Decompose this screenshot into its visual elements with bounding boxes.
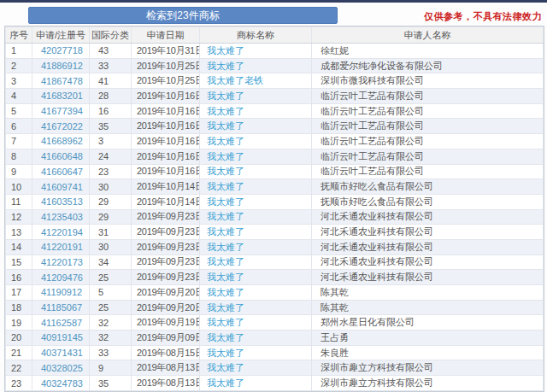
- application-number-link[interactable]: 41209476: [32, 270, 90, 285]
- trademark-name-link-text[interactable]: 我太难了: [207, 242, 244, 252]
- trademark-name-link-text[interactable]: 我太难了: [207, 166, 244, 176]
- application-number-link[interactable]: 41677394: [32, 103, 90, 119]
- trademark-name-link[interactable]: 我太难了: [200, 119, 312, 134]
- application-number-link[interactable]: 41672022: [32, 119, 90, 134]
- application-number-link-text[interactable]: 41677394: [41, 106, 83, 116]
- trademark-name-link[interactable]: 我太难了: [200, 209, 312, 225]
- intl-class: 29: [90, 194, 132, 209]
- application-number-link-text[interactable]: 41660648: [41, 151, 83, 161]
- application-number-link-text[interactable]: 41235403: [41, 212, 83, 222]
- application-number-link-text[interactable]: 41668962: [41, 136, 83, 146]
- row-no: 18: [6, 300, 32, 315]
- trademark-name-link-text[interactable]: 我太难了: [207, 136, 244, 146]
- trademark-name-link-text[interactable]: 我太难了: [207, 317, 244, 327]
- application-number-link-text[interactable]: 41162587: [41, 318, 82, 328]
- application-number-link[interactable]: 41190912: [32, 285, 90, 301]
- application-number-link-text[interactable]: 41886912: [41, 61, 83, 71]
- application-number-link[interactable]: 41886912: [32, 58, 90, 73]
- trademark-name-link[interactable]: 我太难了: [200, 331, 312, 346]
- trademark-name-link[interactable]: 我太难了: [200, 360, 312, 376]
- trademark-name-link[interactable]: 我太难了: [200, 89, 312, 104]
- trademark-name-link[interactable]: 我太难了: [200, 300, 312, 315]
- trademark-name-link-text[interactable]: 我太难了: [207, 302, 244, 313]
- trademark-name-link-text[interactable]: 我太难了: [207, 61, 244, 71]
- trademark-name-link-text[interactable]: 我太难了: [207, 211, 244, 221]
- application-number-link-text[interactable]: 40919145: [41, 332, 83, 342]
- application-number-link[interactable]: 41660647: [32, 164, 90, 179]
- trademark-name-link-text[interactable]: 我太难了: [207, 256, 244, 266]
- trademark-name-link[interactable]: 我太难了: [200, 255, 312, 270]
- trademark-name-link-text[interactable]: 我太难了: [207, 362, 244, 372]
- table-row: 74166896232019年10月16日我太难了临沂云叶工艺品有限公司: [6, 134, 544, 149]
- application-number-link-text[interactable]: 41220194: [41, 227, 83, 237]
- application-number-link-text[interactable]: 40371431: [41, 348, 83, 358]
- trademark-name-link-text[interactable]: 我太难了: [207, 151, 244, 161]
- trademark-name-link-text[interactable]: 我太难了: [207, 287, 244, 297]
- trademark-name-link[interactable]: 我太难了: [200, 103, 312, 119]
- trademark-name-link[interactable]: 我太难了: [200, 194, 312, 209]
- application-number-link[interactable]: 41683201: [32, 89, 90, 104]
- trademark-name-link[interactable]: 我太难了: [200, 239, 312, 255]
- trademark-name-link-text[interactable]: 我太难了: [207, 181, 244, 191]
- application-number-link[interactable]: 41220194: [32, 225, 90, 240]
- trademark-name-link[interactable]: 我太难了: [200, 44, 312, 59]
- application-number-link-text[interactable]: 41190912: [41, 287, 82, 297]
- application-number-link-text[interactable]: 41209476: [41, 272, 83, 283]
- application-number-link[interactable]: 40328025: [32, 360, 90, 376]
- application-number-link[interactable]: 41162587: [32, 315, 90, 331]
- application-number-link-text[interactable]: 41185067: [41, 302, 82, 313]
- application-number-link[interactable]: 41867478: [32, 73, 90, 89]
- trademark-name-link[interactable]: 我太难了: [200, 164, 312, 179]
- trademark-name-link-text[interactable]: 我太难了: [207, 272, 244, 282]
- trademark-name-link-text[interactable]: 我太难了: [207, 91, 244, 101]
- application-number-link-text[interactable]: 42027718: [41, 45, 83, 56]
- result-count-banner[interactable]: 检索到23件商标: [28, 7, 338, 24]
- trademark-name-link-text[interactable]: 我太难了: [207, 332, 244, 342]
- application-number-link-text[interactable]: 41672022: [41, 121, 83, 132]
- application-number-link-text[interactable]: 41220173: [41, 257, 83, 267]
- trademark-name-link[interactable]: 我太难了: [200, 270, 312, 285]
- table-row: 1241235403292019年09月23日我太难了河北禾通农业科技有限公司: [6, 209, 544, 225]
- application-number-link-text[interactable]: 40324783: [41, 378, 83, 389]
- trademark-name-link-text[interactable]: 我太难了老铁: [207, 75, 263, 85]
- trademark-name-link[interactable]: 我太难了: [200, 285, 312, 301]
- trademark-name-link-text[interactable]: 我太难了: [207, 348, 244, 358]
- application-number-link-text[interactable]: 41660647: [41, 167, 83, 177]
- trademark-name-link[interactable]: 我太难了: [200, 345, 312, 360]
- application-number-link[interactable]: 41220173: [32, 255, 90, 270]
- application-number-link[interactable]: 40371431: [32, 345, 90, 360]
- trademark-name-link[interactable]: 我太难了: [200, 315, 312, 331]
- trademark-name-link[interactable]: 我太难了: [200, 149, 312, 164]
- trademark-name-link-text[interactable]: 我太难了: [207, 106, 244, 116]
- trademark-name-link-text[interactable]: 我太难了: [207, 377, 244, 388]
- intl-class: 35: [90, 119, 132, 134]
- trademark-name-link[interactable]: 我太难了: [200, 225, 312, 240]
- application-number-link[interactable]: 42027718: [32, 44, 90, 59]
- trademark-name-link[interactable]: 我太难了: [200, 179, 312, 195]
- application-number-link[interactable]: 41609741: [32, 179, 90, 195]
- application-number-link-text[interactable]: 41683201: [41, 91, 83, 101]
- application-number-link[interactable]: 40324783: [32, 376, 90, 391]
- intl-class: 34: [90, 255, 132, 270]
- trademark-results-table: 序号申请/注册号国际分类申请日期商标名称申请人名称 14202771843201…: [4, 26, 544, 392]
- trademark-name-link[interactable]: 我太难了: [200, 58, 312, 73]
- application-number-link-text[interactable]: 40328025: [41, 363, 83, 373]
- application-number-link[interactable]: 41660648: [32, 149, 90, 164]
- application-number-link-text[interactable]: 41220191: [41, 242, 83, 252]
- application-number-link-text[interactable]: 41867478: [41, 76, 83, 86]
- application-number-link[interactable]: 41185067: [32, 300, 90, 315]
- application-number-link[interactable]: 41668962: [32, 134, 90, 149]
- trademark-name-link[interactable]: 我太难了: [200, 376, 312, 391]
- application-number-link-text[interactable]: 41603513: [41, 196, 83, 207]
- application-number-link[interactable]: 40919145: [32, 331, 90, 346]
- trademark-name-link-text[interactable]: 我太难了: [207, 120, 244, 131]
- application-number-link[interactable]: 41603513: [32, 194, 90, 209]
- trademark-name-link-text[interactable]: 我太难了: [207, 196, 244, 207]
- application-number-link[interactable]: 41235403: [32, 209, 90, 225]
- application-number-link-text[interactable]: 41609741: [41, 182, 83, 192]
- trademark-name-link-text[interactable]: 我太难了: [207, 226, 244, 237]
- application-number-link[interactable]: 41220191: [32, 239, 90, 255]
- trademark-name-link-text[interactable]: 我太难了: [207, 45, 244, 56]
- trademark-name-link[interactable]: 我太难了老铁: [200, 73, 312, 89]
- trademark-name-link[interactable]: 我太难了: [200, 134, 312, 149]
